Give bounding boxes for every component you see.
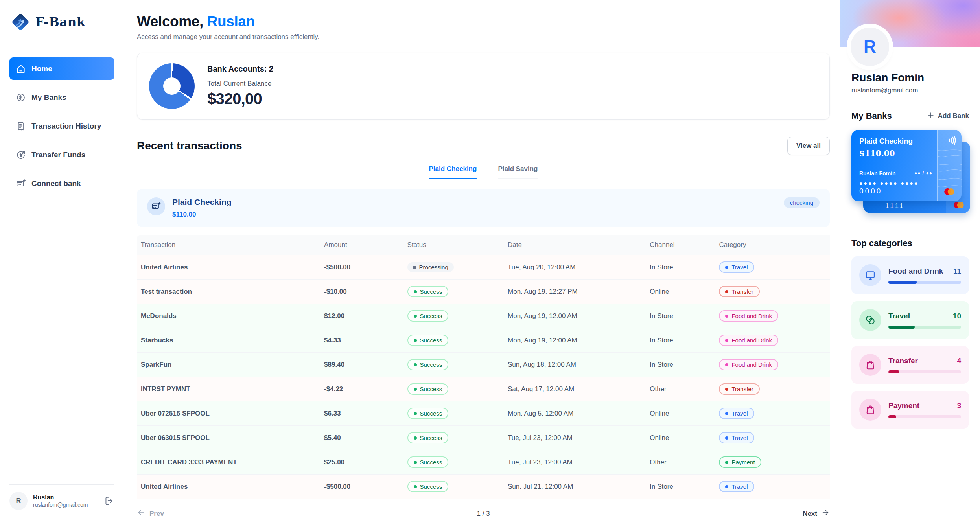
footer-user-email: ruslanfom@gmail.com bbox=[33, 502, 88, 508]
transaction-channel: In Store bbox=[643, 353, 712, 377]
category-name: Food and Drink bbox=[888, 267, 943, 276]
transaction-name: SparkFun bbox=[137, 353, 317, 377]
user-avatar: R bbox=[9, 492, 28, 510]
monitor-icon bbox=[859, 264, 881, 286]
transaction-date: Mon, Aug 19, 12:00 AM bbox=[501, 328, 643, 353]
transaction-channel: Online bbox=[643, 401, 712, 426]
transaction-row: McDonalds $12.00 Success Mon, Aug 19, 12… bbox=[137, 304, 830, 328]
transaction-name: Starbucks bbox=[137, 328, 317, 353]
transaction-name: Test transaction bbox=[137, 280, 317, 304]
top-category-card: Payment 3 bbox=[851, 391, 969, 429]
transaction-name: Uber 072515 SFPOOL bbox=[137, 401, 317, 426]
transaction-row: CREDIT CARD 3333 PAYMENT $25.00 Success … bbox=[137, 450, 830, 475]
status-badge: Success bbox=[407, 408, 449, 419]
card-number-mask: ●●●● ●●●● ●●●● bbox=[859, 180, 932, 187]
category-count: 3 bbox=[957, 401, 961, 410]
transaction-date: Tue, Aug 20, 12:00 AM bbox=[501, 255, 643, 280]
category-badge: Travel bbox=[719, 408, 754, 419]
transactions-table: Transaction Amount Status Date Channel C… bbox=[137, 235, 830, 499]
transaction-amount: $12.00 bbox=[317, 304, 400, 328]
sidebar-item-transaction-history[interactable]: Transaction History bbox=[9, 115, 114, 137]
tab-plaid-checking[interactable]: Plaid Checking bbox=[420, 163, 486, 179]
shopping-bag-icon bbox=[859, 354, 881, 376]
category-name: Transfer bbox=[888, 357, 918, 365]
bank-card-stack: 1111 bbox=[851, 130, 969, 223]
column-header-transaction: Transaction bbox=[137, 235, 317, 255]
category-badge: Transfer bbox=[719, 383, 759, 395]
footer-user-name: Ruslan bbox=[33, 494, 88, 501]
arrow-left-icon bbox=[137, 508, 146, 517]
transaction-amount: $4.33 bbox=[317, 328, 400, 353]
sidebar-item-my-banks[interactable]: My Banks bbox=[9, 86, 114, 109]
transaction-channel: Online bbox=[643, 426, 712, 450]
top-categories-section: Top categories Food and Drink 11 Travel … bbox=[851, 238, 969, 429]
user-first-name: Ruslan bbox=[207, 13, 255, 29]
transaction-amount: $89.40 bbox=[317, 353, 400, 377]
transaction-row: Test transaction -$10.00 Success Mon, Au… bbox=[137, 280, 830, 304]
tab-plaid-saving[interactable]: Plaid Saving bbox=[489, 163, 546, 179]
category-badge: Transfer bbox=[719, 286, 759, 297]
transaction-row: SparkFun $89.40 Success Sun, Aug 18, 12:… bbox=[137, 353, 830, 377]
page-title: Welcome, Ruslan bbox=[137, 13, 830, 30]
page-subtitle: Access and manage your account and trans… bbox=[137, 33, 830, 41]
sidebar-footer: R Ruslan ruslanfom@gmail.com bbox=[9, 484, 114, 510]
sidebar-nav: Home My Banks Transaction History Transf… bbox=[9, 57, 114, 195]
column-header-channel: Channel bbox=[643, 235, 712, 255]
app-logo[interactable]: F-Bank bbox=[9, 11, 114, 33]
category-count: 10 bbox=[953, 312, 961, 320]
category-badge: Food and Drink bbox=[719, 335, 778, 346]
top-categories-title: Top categories bbox=[851, 238, 912, 248]
next-page-button[interactable]: Next bbox=[803, 508, 830, 517]
transaction-amount: $6.33 bbox=[317, 401, 400, 426]
transaction-channel: Online bbox=[643, 280, 712, 304]
category-progress-bar bbox=[888, 415, 961, 418]
arrow-right-icon bbox=[821, 508, 830, 517]
accounts-donut-chart bbox=[149, 63, 195, 109]
contactless-icon bbox=[946, 134, 958, 146]
category-progress-bar bbox=[888, 370, 961, 373]
status-badge: Success bbox=[407, 359, 449, 370]
column-header-amount: Amount bbox=[317, 235, 400, 255]
category-badge: Travel bbox=[719, 432, 754, 443]
logo-text: F-Bank bbox=[35, 15, 85, 29]
category-badge: Travel bbox=[719, 481, 754, 492]
profile-avatar: R bbox=[851, 28, 889, 66]
transaction-name: INTRST PYMNT bbox=[137, 377, 317, 401]
transfer-funds-icon bbox=[16, 150, 26, 160]
coins-icon bbox=[859, 309, 881, 331]
column-header-category: Category bbox=[712, 235, 830, 255]
transaction-date: Tue, Jul 23, 12:00 AM bbox=[501, 450, 643, 475]
column-header-date: Date bbox=[501, 235, 643, 255]
transaction-date: Mon, Aug 19, 12:00 AM bbox=[501, 304, 643, 328]
card-holder-name: Ruslan Fomin bbox=[859, 170, 896, 177]
prev-page-button[interactable]: Prev bbox=[137, 508, 164, 517]
shopping-bag-icon bbox=[859, 399, 881, 421]
transaction-row: INTRST PYMNT -$4.22 Success Sat, Aug 17,… bbox=[137, 377, 830, 401]
total-balance-value: $320,00 bbox=[207, 90, 273, 108]
transaction-name: United Airlines bbox=[137, 255, 317, 280]
transaction-row: Uber 063015 SFPOOL $5.40 Success Tue, Ju… bbox=[137, 426, 830, 450]
logout-icon[interactable] bbox=[104, 496, 114, 506]
category-progress-bar bbox=[888, 281, 961, 284]
category-count: 4 bbox=[957, 357, 961, 365]
top-categories-list: Food and Drink 11 Travel 10 Transfer 4 bbox=[851, 256, 969, 429]
pagination: Prev 1 / 3 Next bbox=[137, 508, 830, 517]
selected-account-bar[interactable]: Plaid Checking $110.00 checking bbox=[137, 189, 830, 227]
category-name: Payment bbox=[888, 401, 919, 410]
sidebar-item-home[interactable]: Home bbox=[9, 57, 114, 80]
sidebar-item-connect-bank[interactable]: Connect bank bbox=[9, 172, 114, 195]
sidebar-item-transfer-funds[interactable]: Transfer Funds bbox=[9, 144, 114, 166]
transaction-channel: In Store bbox=[643, 475, 712, 499]
table-header-row: Transaction Amount Status Date Channel C… bbox=[137, 235, 830, 255]
category-badge: Travel bbox=[719, 261, 754, 273]
transaction-date: Sat, Aug 17, 12:00 AM bbox=[501, 377, 643, 401]
connect-bank-icon bbox=[16, 178, 26, 189]
bank-card-name: Plaid Checking bbox=[859, 137, 932, 145]
my-banks-title: My Banks bbox=[851, 111, 892, 121]
bank-card-balance: $110.00 bbox=[859, 149, 932, 158]
bank-card[interactable]: Plaid Checking $110.00 Ruslan Fomin ●● /… bbox=[851, 130, 962, 201]
view-all-button[interactable]: View all bbox=[787, 137, 830, 155]
top-category-card: Travel 10 bbox=[851, 301, 969, 339]
add-bank-button[interactable]: Add Bank bbox=[927, 111, 969, 121]
main-content: Welcome, Ruslan Access and manage your a… bbox=[124, 0, 840, 517]
